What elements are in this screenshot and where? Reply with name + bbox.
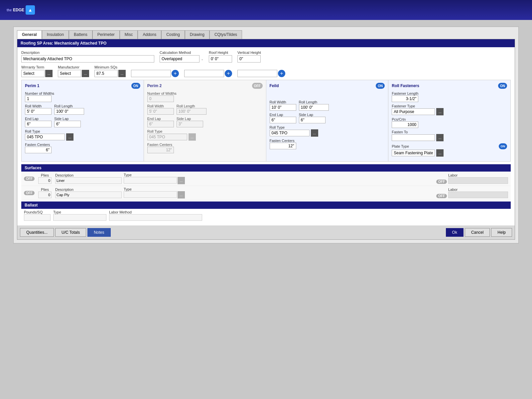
ballast-labor-method-input[interactable]: [109, 214, 202, 221]
field-side-lap[interactable]: [299, 117, 326, 123]
field-fasten-centers[interactable]: [270, 143, 296, 149]
perim2-toggle[interactable]: OFF: [252, 83, 263, 89]
cap-ply-toggle[interactable]: OFF: [24, 191, 35, 195]
perim2-roll-type-label: Roll Type: [147, 129, 263, 133]
ballast-row: Pounds/SQ Type Labor Method: [21, 209, 511, 222]
liner-toggle[interactable]: OFF: [24, 177, 35, 181]
help-btn[interactable]: Help: [491, 228, 512, 237]
extra-field-3[interactable]: [237, 70, 277, 77]
perim2-roll-type-group: Roll Type ...: [147, 129, 263, 141]
perim1-toggle[interactable]: ON: [131, 83, 140, 89]
perim1-fasten-centers[interactable]: [25, 147, 52, 153]
extra-field-2[interactable]: [184, 70, 224, 77]
plate-type-btn[interactable]: ...: [436, 149, 444, 157]
manufacturer-input[interactable]: [58, 70, 81, 77]
field-panel: Feild ON Roll Width Roll Length: [266, 80, 389, 161]
extra-plus-btn-1[interactable]: +: [172, 70, 179, 77]
liner-labor-toggle[interactable]: OFF: [436, 180, 447, 184]
pcs-crtn-input[interactable]: [392, 121, 418, 128]
perim1-side-lap[interactable]: [54, 121, 81, 127]
min-sqs-input[interactable]: [94, 70, 118, 77]
cap-ply-labor-toggle[interactable]: OFF: [436, 194, 447, 198]
description-input[interactable]: [21, 55, 154, 63]
liner-plies-input[interactable]: [38, 177, 52, 184]
calc-method-input[interactable]: [160, 55, 200, 63]
perim1-roll-length[interactable]: [54, 108, 84, 115]
perim2-roll-type[interactable]: [147, 134, 187, 140]
tab-costing[interactable]: Costing: [161, 30, 185, 39]
field-roll-width-label: Roll Width: [270, 100, 296, 104]
liner-labor-input[interactable]: [448, 177, 508, 184]
perim1-roll-row: Roll Width Roll Length: [25, 104, 140, 117]
perim2-fasten-centers[interactable]: [147, 147, 174, 153]
uc-totals-btn[interactable]: U/C Totals: [55, 228, 86, 237]
field-roll-width[interactable]: [270, 104, 296, 111]
tab-general[interactable]: General: [17, 30, 42, 39]
tab-drawing[interactable]: Drawing: [185, 30, 209, 39]
perim2-num-widths-label: Number of Widths: [147, 91, 263, 95]
tab-cqtys[interactable]: CQtys/Tildes: [209, 30, 242, 39]
cap-ply-desc-input[interactable]: [55, 192, 122, 198]
ballast-type-input[interactable]: [53, 214, 106, 221]
fasten-to-input[interactable]: [392, 134, 435, 141]
manufacturer-dots-btn[interactable]: ...: [82, 70, 89, 77]
perim1-num-widths[interactable]: [25, 95, 52, 102]
field-roll-length[interactable]: [299, 104, 329, 111]
liner-desc-input[interactable]: [55, 177, 122, 184]
warranty-dots-btn[interactable]: ...: [45, 70, 53, 77]
perim1-end-lap[interactable]: [25, 121, 52, 127]
field-toggle[interactable]: ON: [376, 83, 385, 89]
notes-btn[interactable]: Notes: [87, 228, 110, 237]
cap-ply-plies-input[interactable]: [38, 192, 52, 198]
tab-battens[interactable]: Battens: [69, 30, 92, 39]
warranty-input[interactable]: [21, 70, 45, 77]
field-end-lap[interactable]: [270, 117, 296, 123]
extra-plus-btn-3[interactable]: +: [278, 70, 285, 77]
fasten-to-btn[interactable]: ...: [436, 134, 444, 141]
perim2-roll-length[interactable]: [177, 108, 206, 115]
perim2-num-widths[interactable]: [147, 95, 174, 102]
field-end-lap-label: End Lap: [270, 113, 296, 117]
liner-row: OFF Plies Description Type ...: [21, 172, 511, 186]
extra-field-1[interactable]: [131, 70, 171, 77]
liner-type-btn[interactable]: ...: [178, 177, 185, 184]
tab-misc[interactable]: Misc: [120, 30, 138, 39]
tab-insulation[interactable]: Insulation: [42, 30, 69, 39]
liner-type-input[interactable]: [124, 177, 177, 184]
roll-fasteners-toggle[interactable]: ON: [498, 83, 507, 89]
ballast-lbs-input[interactable]: [24, 214, 51, 221]
roof-height-input[interactable]: [209, 55, 232, 63]
perim1-title: Perim 1: [25, 83, 39, 88]
perim2-roll-width[interactable]: [147, 108, 174, 115]
ok-btn[interactable]: Ok: [446, 228, 464, 237]
perim2-roll-type-btn[interactable]: ...: [189, 133, 196, 141]
quantities-btn[interactable]: Quantities...: [20, 228, 54, 237]
plate-type-toggle[interactable]: ON: [499, 143, 507, 149]
surfaces-header: Surfaces: [21, 164, 511, 172]
perim1-roll-width[interactable]: [25, 108, 52, 115]
tab-perimeter[interactable]: Perimeter: [92, 30, 120, 39]
perim1-roll-type-btn[interactable]: ...: [66, 133, 73, 141]
field-roll-type[interactable]: [270, 130, 310, 136]
min-sqs-dots-btn[interactable]: ...: [118, 70, 126, 77]
cap-ply-type-btn[interactable]: ...: [178, 191, 185, 199]
fastener-type-input[interactable]: [392, 108, 435, 115]
cap-ply-type-input[interactable]: [124, 191, 177, 198]
plate-type-input[interactable]: [392, 150, 435, 156]
fastener-length-input[interactable]: [392, 95, 418, 102]
tab-addons[interactable]: Addons: [138, 30, 161, 39]
perim2-end-lap[interactable]: [147, 121, 174, 127]
cap-ply-labor-input[interactable]: [448, 192, 508, 198]
field-roll-type-btn[interactable]: ...: [311, 129, 318, 137]
liner-type-label: Type: [124, 173, 185, 177]
panels-row: Perim 1 ON Number of Widths Roll Width: [21, 80, 511, 162]
roof-height-group: Roof Height: [209, 51, 232, 63]
logo-small-text: the: [7, 8, 12, 12]
extra-plus-btn-2[interactable]: +: [225, 70, 232, 77]
perim2-side-lap[interactable]: [177, 121, 203, 127]
cap-ply-desc-label: Description: [55, 188, 122, 192]
perim1-roll-type[interactable]: [25, 134, 65, 140]
fastener-type-btn[interactable]: ...: [436, 108, 444, 115]
cancel-btn[interactable]: Cancel: [465, 228, 490, 237]
vertical-height-input[interactable]: [237, 55, 261, 63]
